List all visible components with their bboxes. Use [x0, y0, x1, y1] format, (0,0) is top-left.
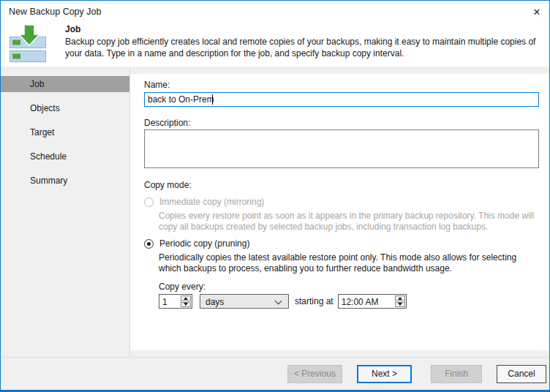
text-caret: [212, 94, 213, 105]
interval-up-icon[interactable]: [181, 295, 191, 301]
starting-at-label: starting at: [295, 296, 334, 306]
immediate-copy-radio: Immediate copy (mirroring): [144, 197, 539, 207]
description-input[interactable]: [144, 129, 539, 168]
window-title: New Backup Copy Job: [9, 7, 101, 17]
backup-copy-job-icon: [10, 23, 48, 67]
time-up-icon[interactable]: [395, 295, 405, 301]
wizard-body: Job Objects Target Schedule Summary Name…: [1, 67, 549, 357]
previous-button: < Previous: [287, 365, 342, 383]
interval-unit-value: days: [206, 297, 224, 307]
immediate-copy-label: Immediate copy (mirroring): [159, 197, 264, 207]
step-description: Backup copy job efficiently creates loca…: [65, 36, 542, 59]
radio-unselected-icon: [144, 197, 154, 207]
finish-button: Finish: [431, 365, 482, 383]
description-label: Description:: [144, 118, 539, 128]
next-button[interactable]: Next >: [357, 365, 412, 383]
sidebar-item-objects[interactable]: Objects: [1, 100, 129, 116]
interval-unit-dropdown[interactable]: days: [200, 294, 289, 309]
sidebar-item-target[interactable]: Target: [1, 124, 129, 140]
interval-down-icon[interactable]: [181, 302, 191, 308]
wizard-footer: < Previous Next > Finish Cancel: [1, 357, 549, 390]
job-settings-panel: Name: Description: Copy mode: Immediate …: [130, 74, 549, 350]
copy-mode-label: Copy mode:: [144, 180, 539, 190]
wizard-header: Job Backup copy job efficiently creates …: [1, 23, 549, 67]
sidebar-item-job[interactable]: Job: [1, 76, 129, 92]
step-title: Job: [65, 24, 542, 34]
interval-spinner[interactable]: 1: [159, 294, 192, 309]
radio-selected-icon: [144, 239, 154, 249]
title-bar: New Backup Copy Job ✕: [1, 1, 549, 23]
chevron-down-icon: [275, 298, 282, 305]
sidebar-item-summary[interactable]: Summary: [1, 173, 129, 189]
close-icon[interactable]: ✕: [524, 1, 549, 23]
copy-interval-row: 1 days starting at 12:00 AM: [159, 294, 539, 309]
periodic-copy-radio[interactable]: Periodic copy (pruning): [144, 238, 539, 249]
sidebar-item-schedule[interactable]: Schedule: [1, 148, 129, 165]
start-time-value: 12:00 AM: [339, 295, 394, 308]
time-down-icon[interactable]: [395, 302, 405, 308]
start-time-spinner[interactable]: 12:00 AM: [338, 294, 407, 309]
periodic-copy-label: Periodic copy (pruning): [159, 238, 249, 249]
name-input[interactable]: [144, 92, 539, 107]
interval-value: 1: [159, 295, 180, 308]
cancel-button[interactable]: Cancel: [497, 365, 546, 383]
main-area: Name: Description: Copy mode: Immediate …: [130, 67, 549, 357]
copy-every-label: Copy every:: [159, 282, 539, 292]
new-backup-copy-job-dialog: New Backup Copy Job ✕ Job Backup copy jo…: [0, 0, 550, 392]
periodic-copy-description: Periodically copies the latest available…: [159, 252, 539, 274]
wizard-steps-sidebar: Job Objects Target Schedule Summary: [1, 67, 130, 357]
immediate-copy-description: Copies every restore point as soon as it…: [159, 211, 539, 233]
name-label: Name:: [144, 80, 539, 90]
